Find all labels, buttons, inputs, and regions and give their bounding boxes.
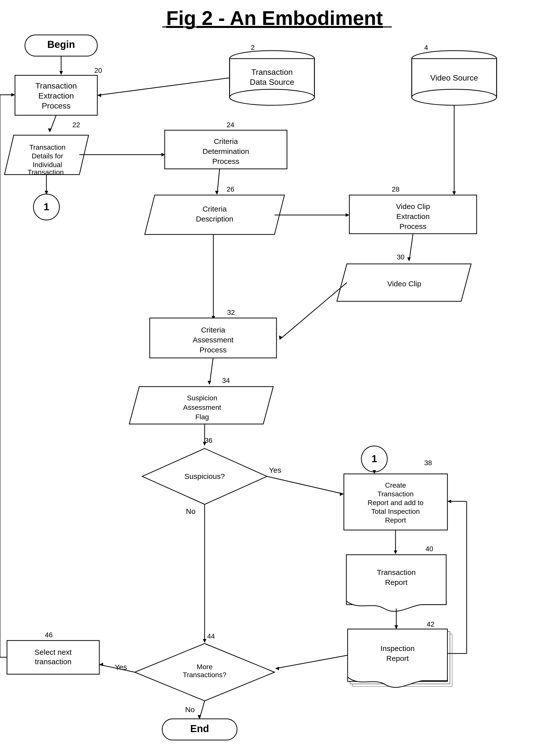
svg-text:Transaction: Transaction xyxy=(376,487,415,495)
svg-marker-118 xyxy=(394,547,397,551)
svg-text:Process: Process xyxy=(209,162,240,172)
svg-marker-86 xyxy=(61,66,64,70)
svg-text:Begin: Begin xyxy=(49,31,76,41)
svg-marker-127 xyxy=(100,661,103,665)
svg-marker-90 xyxy=(48,135,52,138)
svg-text:28: 28 xyxy=(384,185,393,194)
svg-marker-94 xyxy=(161,152,165,155)
svg-text:36: 36 xyxy=(196,434,204,442)
svg-text:2: 2 xyxy=(249,43,254,51)
svg-text:Process: Process xyxy=(199,345,230,354)
svg-text:1: 1 xyxy=(47,198,53,210)
svg-text:32: 32 xyxy=(221,305,229,313)
svg-marker-113 xyxy=(341,493,344,497)
svg-text:Report and: Report and xyxy=(377,496,414,504)
svg-text:Transaction: Transaction xyxy=(30,168,69,176)
svg-marker-88 xyxy=(100,78,103,82)
svg-text:22: 22 xyxy=(75,125,83,134)
svg-text:Create: Create xyxy=(384,477,407,485)
svg-marker-101 xyxy=(346,214,349,217)
svg-text:Data Source: Data Source xyxy=(251,80,298,89)
svg-text:Select next: Select next xyxy=(35,648,72,656)
svg-text:Transaction: Transaction xyxy=(374,563,418,573)
flowchart: Begin 20 Transaction Extraction Process … xyxy=(0,0,543,756)
svg-line-108 xyxy=(209,355,214,384)
svg-text:Transaction: Transaction xyxy=(30,145,69,154)
svg-text:Inspection: Inspection xyxy=(379,515,413,523)
svg-point-10 xyxy=(231,91,318,108)
svg-text:Yes: Yes xyxy=(112,656,126,665)
svg-text:Flag: Flag xyxy=(199,409,213,417)
svg-text:Video Clip: Video Clip xyxy=(383,277,421,286)
svg-text:Report: Report xyxy=(383,574,409,583)
svg-marker-133 xyxy=(198,712,201,716)
svg-text:Extraction: Extraction xyxy=(393,213,431,222)
svg-text:Video Source: Video Source xyxy=(426,76,477,85)
svg-line-93 xyxy=(82,153,164,158)
svg-text:46: 46 xyxy=(44,629,52,637)
svg-text:26: 26 xyxy=(223,185,231,194)
svg-marker-124 xyxy=(203,636,206,640)
svg-text:Criteria: Criteria xyxy=(200,202,227,211)
svg-marker-120 xyxy=(395,621,399,625)
svg-text:Criteria: Criteria xyxy=(201,324,228,333)
svg-text:Extraction: Extraction xyxy=(38,88,76,97)
svg-line-106 xyxy=(280,281,348,335)
svg-text:Inspection: Inspection xyxy=(378,638,416,648)
svg-marker-122 xyxy=(275,667,278,670)
svg-text:42: 42 xyxy=(424,616,433,624)
svg-marker-105 xyxy=(211,312,215,316)
svg-rect-80 xyxy=(7,640,100,675)
svg-text:Determination: Determination xyxy=(198,152,251,161)
svg-point-16 xyxy=(408,91,495,108)
svg-text:Assessment: Assessment xyxy=(185,399,226,408)
svg-text:Suspicion: Suspicion xyxy=(190,390,222,398)
svg-rect-59 xyxy=(344,468,447,523)
svg-text:4: 4 xyxy=(419,43,424,51)
svg-text:No: No xyxy=(176,701,187,710)
svg-text:Suspicious?: Suspicious? xyxy=(182,465,227,474)
svg-text:Report: Report xyxy=(384,649,410,658)
svg-text:38: 38 xyxy=(419,456,428,464)
svg-line-102 xyxy=(407,232,412,261)
svg-text:44: 44 xyxy=(200,629,208,637)
svg-text:Yes: Yes xyxy=(275,464,288,473)
svg-text:24: 24 xyxy=(224,125,233,134)
svg-text:Transaction: Transaction xyxy=(252,69,297,79)
svg-text:More: More xyxy=(196,663,213,671)
svg-text:Video Clip: Video Clip xyxy=(393,203,431,212)
svg-text:End: End xyxy=(191,719,208,730)
svg-text:34: 34 xyxy=(219,372,228,381)
svg-text:Transaction: Transaction xyxy=(35,77,79,87)
svg-line-121 xyxy=(275,651,348,668)
svg-text:20: 20 xyxy=(86,60,94,68)
svg-text:30: 30 xyxy=(391,249,399,257)
svg-line-112 xyxy=(264,474,344,495)
svg-text:Description: Description xyxy=(192,212,234,222)
svg-text:40: 40 xyxy=(422,540,430,548)
svg-text:Process: Process xyxy=(397,223,427,233)
svg-marker-111 xyxy=(203,443,206,446)
svg-text:No: No xyxy=(178,516,188,526)
svg-text:transaction: transaction xyxy=(35,658,72,666)
svg-text:Process: Process xyxy=(42,98,73,108)
svg-text:Transactions?: Transactions? xyxy=(181,670,228,679)
svg-text:Criteria: Criteria xyxy=(211,141,238,151)
svg-text:Details for: Details for xyxy=(33,155,67,163)
svg-text:add to Total: add to Total xyxy=(376,506,415,514)
svg-text:Assessment: Assessment xyxy=(191,334,238,344)
